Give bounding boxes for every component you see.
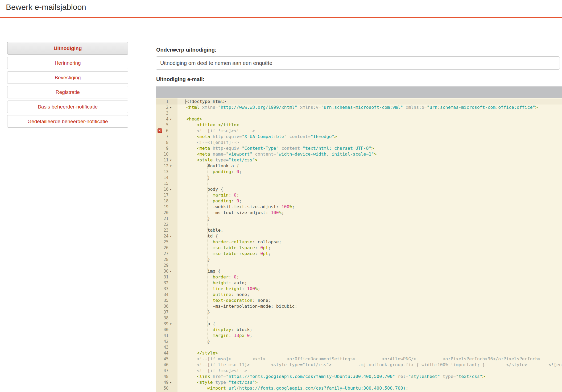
- code-line-37[interactable]: 37 }: [156, 309, 562, 315]
- code-line-44[interactable]: 44 </style>: [156, 350, 562, 356]
- line-number: 22: [156, 222, 168, 227]
- code-line-47[interactable]: 47 <!--[if !mso]><!-->: [156, 368, 562, 374]
- line-number: 13: [156, 169, 168, 175]
- editor-toolbar: [156, 86, 562, 98]
- code-line-21[interactable]: 21 }: [156, 216, 562, 222]
- line-number: 10: [156, 151, 168, 157]
- code-line-12[interactable]: 12▾ #outlook a {: [156, 163, 562, 169]
- code-text: <meta http-equiv="Content-Type" content=…: [186, 145, 562, 151]
- code-text: border-collapse: collapse;: [186, 239, 562, 245]
- code-line-46[interactable]: 46 <!--[if lte mso 11]> <style type="tex…: [156, 362, 562, 368]
- code-line-28[interactable]: 28 }: [156, 257, 562, 262]
- fold-arrow-icon[interactable]: ▾: [170, 163, 172, 169]
- subject-input[interactable]: [156, 56, 560, 70]
- sidebar-template-button-gedetailleerde-beheerder-notificatie[interactable]: Gedetailleerde beheerder-notificatie: [7, 115, 128, 128]
- code-line-27[interactable]: 27 mso-table-rspace: 0pt;: [156, 251, 562, 257]
- line-number: 14: [156, 175, 168, 181]
- line-number: 25: [156, 239, 168, 245]
- line-number: 32: [156, 280, 168, 286]
- code-line-11[interactable]: 11▾ <style type="text/css">: [156, 157, 562, 163]
- sidebar-template-button-herinnering[interactable]: Herinnering: [7, 57, 128, 69]
- code-text: -ms-interpolation-mode: bicubic;: [186, 303, 562, 309]
- fold-arrow-icon[interactable]: ▾: [170, 233, 172, 239]
- sidebar-template-button-basis-beheerder-notificatie[interactable]: Basis beheerder-notificatie: [7, 101, 128, 113]
- fold-arrow-icon[interactable]: ▾: [170, 157, 172, 163]
- code-line-36[interactable]: 36 -ms-interpolation-mode: bicubic;: [156, 303, 562, 309]
- text-cursor: [185, 99, 185, 104]
- code-line-2[interactable]: 2▾<html xmlns="http://www.w3.org/1999/xh…: [156, 105, 562, 110]
- sidebar-template-button-registratie[interactable]: Registratie: [7, 86, 128, 98]
- code-line-23[interactable]: 23 table,: [156, 227, 562, 233]
- code-line-35[interactable]: 35 text-decoration: none;: [156, 298, 562, 303]
- code-line-40[interactable]: 40 display: block;: [156, 327, 562, 333]
- line-number: 21: [156, 216, 168, 222]
- code-line-34[interactable]: 34 outline: none;: [156, 292, 562, 298]
- code-line-10[interactable]: 10 <meta name="viewport" content="width=…: [156, 151, 562, 157]
- code-line-50[interactable]: 50 @import url(https://fonts.googleapis.…: [156, 385, 562, 391]
- code-text: table,: [186, 227, 562, 233]
- code-text: -ms-text-size-adjust: 100%;: [186, 210, 562, 216]
- fold-arrow-icon[interactable]: ▾: [170, 186, 172, 192]
- code-line-25[interactable]: 25 border-collapse: collapse;: [156, 239, 562, 245]
- code-line-3[interactable]: 3: [156, 110, 562, 116]
- line-number: 15: [156, 181, 168, 186]
- code-text: <!--[if mso]> <xml> <o:OfficeDocumentSet…: [186, 356, 562, 362]
- line-number: 41: [156, 333, 168, 339]
- code-line-5[interactable]: 5 <title> </title>: [156, 122, 562, 128]
- code-line-4[interactable]: 4▾<head>: [156, 116, 562, 122]
- line-number: 37: [156, 309, 168, 315]
- code-line-14[interactable]: 14 }: [156, 175, 562, 181]
- code-line-39[interactable]: 39▾ p {: [156, 321, 562, 327]
- code-line-42[interactable]: 42 }: [156, 339, 562, 344]
- code-line-26[interactable]: 26 mso-table-lspace: 0pt;: [156, 245, 562, 251]
- code-line-24[interactable]: 24▾ td {: [156, 233, 562, 239]
- code-line-49[interactable]: 49▾ <style type="text/css">: [156, 380, 562, 385]
- code-line-45[interactable]: 45 <!--[if mso]> <xml> <o:OfficeDocument…: [156, 356, 562, 362]
- sidebar-template-button-bevestiging[interactable]: Bevestiging: [7, 71, 128, 84]
- code-line-38[interactable]: 38: [156, 315, 562, 321]
- code-line-7[interactable]: 7 <meta http-equiv="X-UA-Compatible" con…: [156, 134, 562, 140]
- code-line-48[interactable]: 48 <link href="https://fonts.googleapis.…: [156, 374, 562, 380]
- code-text: <!--[if !mso]><!-- -->: [186, 128, 562, 134]
- sidebar-template-button-uitnodiging[interactable]: Uitnodiging: [7, 42, 128, 55]
- code-text: <title> </title>: [186, 122, 562, 128]
- code-line-31[interactable]: 31 border: 0;: [156, 274, 562, 280]
- code-line-1[interactable]: 1<!doctype html>: [156, 99, 562, 105]
- code-text: display: block;: [186, 327, 562, 333]
- code-line-29[interactable]: 29: [156, 262, 562, 268]
- code-line-18[interactable]: 18 padding: 0;: [156, 198, 562, 204]
- fold-arrow-icon[interactable]: ▾: [170, 105, 172, 110]
- code-line-13[interactable]: 13 padding: 0;: [156, 169, 562, 175]
- line-number: 3: [156, 110, 168, 116]
- code-line-43[interactable]: 43: [156, 344, 562, 350]
- code-line-15[interactable]: 15: [156, 181, 562, 186]
- code-line-33[interactable]: 33 line-height: 100%;: [156, 286, 562, 292]
- code-line-8[interactable]: 8 <!--<![endif]-->: [156, 140, 562, 145]
- code-line-22[interactable]: 22: [156, 222, 562, 227]
- fold-arrow-icon[interactable]: ▾: [170, 116, 172, 122]
- code-line-41[interactable]: 41 margin: 13px 0;: [156, 333, 562, 339]
- fold-arrow-icon[interactable]: ▾: [170, 268, 172, 274]
- code-line-20[interactable]: 20 -ms-text-size-adjust: 100%;: [156, 210, 562, 216]
- code-text: td {: [186, 233, 562, 239]
- line-number: 28: [156, 257, 168, 262]
- code-line-32[interactable]: 32 height: auto;: [156, 280, 562, 286]
- code-line-19[interactable]: 19 -webkit-text-size-adjust: 100%;: [156, 204, 562, 210]
- line-number: 9: [156, 145, 168, 151]
- line-number: 30: [156, 268, 168, 274]
- code-line-16[interactable]: 16▾ body {: [156, 186, 562, 192]
- email-body-label: Uitnodiging e-mail:: [156, 76, 204, 82]
- fold-arrow-icon[interactable]: ▾: [170, 380, 172, 385]
- code-text: margin: 0;: [186, 192, 562, 198]
- code-line-6[interactable]: 6✕ <!--[if !mso]><!-- -->: [156, 128, 562, 134]
- code-line-17[interactable]: 17 margin: 0;: [156, 192, 562, 198]
- code-text: }: [186, 309, 562, 315]
- code-editor[interactable]: 1<!doctype html>2▾<html xmlns="http://ww…: [156, 98, 562, 392]
- line-number: 23: [156, 227, 168, 233]
- code-line-9[interactable]: 9 <meta http-equiv="Content-Type" conten…: [156, 145, 562, 151]
- code-line-30[interactable]: 30▾ img {: [156, 268, 562, 274]
- code-text: <html xmlns="http://www.w3.org/1999/xhtm…: [186, 105, 562, 110]
- code-text: <!doctype html>: [186, 99, 562, 105]
- code-text: <style type="text/css">: [186, 380, 562, 385]
- fold-arrow-icon[interactable]: ▾: [170, 321, 172, 327]
